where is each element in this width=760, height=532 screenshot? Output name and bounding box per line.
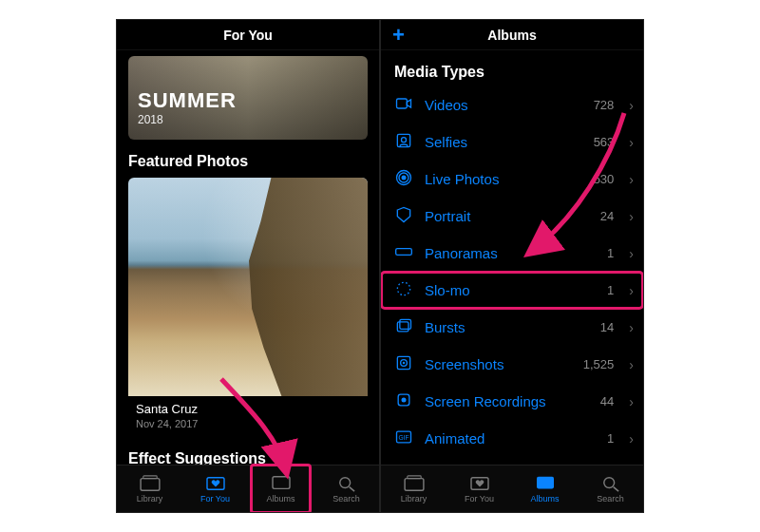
row-selfie[interactable]: Selfies563›: [381, 124, 643, 161]
svg-point-21: [402, 398, 407, 403]
phone-for-you: For You SUMMER 2018 Featured Photos Sant…: [116, 19, 380, 513]
heart-icon: [205, 475, 226, 492]
row-count: 1: [607, 283, 614, 297]
featured-image: [128, 178, 368, 396]
nav-title: For You: [223, 28, 273, 43]
row-animated[interactable]: GIFAnimated1›: [381, 420, 643, 457]
tab-search[interactable]: Search: [314, 466, 379, 512]
chevron-right-icon: ›: [629, 320, 634, 335]
memory-card[interactable]: SUMMER 2018: [128, 56, 368, 140]
row-screenshot[interactable]: Screenshots1,525›: [381, 346, 643, 383]
search-icon: [336, 475, 357, 492]
tab-bar: Library For You Albums Search: [381, 465, 643, 512]
svg-rect-1: [142, 475, 156, 478]
slomo-icon: [394, 279, 413, 301]
albums-icon: [271, 475, 292, 492]
tab-for-you[interactable]: For You: [182, 466, 248, 512]
for-you-content: SUMMER 2018 Featured Photos Santa Cruz N…: [117, 50, 379, 465]
featured-date: Nov 24, 2017: [136, 418, 360, 429]
live-icon: [394, 168, 413, 190]
row-recording[interactable]: Screen Recordings44›: [381, 383, 643, 420]
row-label: Slo-mo: [425, 282, 596, 298]
tab-for-you-label: For You: [200, 494, 230, 504]
row-pano[interactable]: Panoramas1›: [381, 235, 643, 272]
row-label: Selfies: [425, 134, 582, 150]
row-label: Live Photos: [425, 171, 582, 187]
svg-rect-8: [397, 134, 409, 146]
nav-title: Albums: [487, 28, 536, 43]
tab-search-label: Search: [332, 494, 360, 504]
media-types-list: Videos728›Selfies563›Live Photos530›Port…: [381, 86, 643, 457]
pano-icon: [394, 242, 413, 264]
row-label: Bursts: [425, 319, 589, 335]
svg-text:GIF: GIF: [398, 434, 408, 441]
svg-point-19: [403, 362, 406, 365]
svg-point-10: [402, 176, 407, 180]
phone-albums: + Albums Media Types Videos728›Selfies56…: [380, 19, 644, 513]
chevron-right-icon: ›: [629, 246, 634, 261]
memory-title: SUMMER: [138, 88, 237, 113]
row-live[interactable]: Live Photos530›: [381, 161, 643, 198]
tab-search-label: Search: [597, 494, 624, 504]
search-icon: [600, 475, 621, 492]
tab-library[interactable]: Library: [117, 466, 182, 512]
svg-point-5: [339, 477, 350, 487]
row-label: Animated: [425, 430, 596, 446]
row-count: 1: [607, 246, 614, 260]
svg-rect-27: [537, 476, 554, 488]
chevron-right-icon: ›: [629, 394, 634, 409]
chevron-right-icon: ›: [629, 98, 634, 113]
row-video[interactable]: Videos728›: [381, 86, 643, 124]
featured-place: Santa Cruz: [136, 402, 360, 416]
video-icon: [394, 94, 413, 116]
chevron-right-icon: ›: [629, 357, 634, 372]
svg-rect-24: [405, 478, 424, 490]
row-count: 24: [600, 209, 614, 223]
tab-albums[interactable]: Albums: [512, 466, 578, 512]
svg-rect-7: [397, 99, 408, 108]
recording-icon: [394, 390, 413, 412]
tab-bar: Library For You Albums Search: [117, 465, 379, 512]
row-count: 563: [594, 135, 615, 149]
row-portrait[interactable]: Portrait24›: [381, 198, 643, 235]
chevron-right-icon: ›: [629, 209, 634, 224]
featured-heading: Featured Photos: [128, 153, 368, 170]
row-label: Videos: [425, 97, 582, 113]
svg-point-9: [402, 138, 407, 142]
row-label: Screen Recordings: [425, 393, 589, 409]
burst-icon: [394, 316, 413, 338]
albums-icon: [535, 475, 556, 492]
row-count: 728: [594, 98, 615, 112]
svg-line-6: [349, 486, 353, 491]
svg-rect-0: [141, 478, 160, 490]
svg-rect-16: [400, 319, 411, 329]
selfie-icon: [394, 131, 413, 153]
featured-photo[interactable]: Santa Cruz Nov 24, 2017: [128, 178, 368, 437]
row-count: 14: [600, 320, 614, 334]
row-burst[interactable]: Bursts14›: [381, 309, 643, 346]
add-album-button[interactable]: +: [392, 25, 405, 46]
albums-content: Media Types Videos728›Selfies563›Live Ph…: [381, 50, 643, 465]
library-icon: [404, 475, 425, 492]
tab-albums[interactable]: Albums: [248, 466, 314, 512]
svg-line-29: [613, 486, 618, 491]
tab-library[interactable]: Library: [381, 466, 446, 512]
tab-for-you-label: For You: [465, 494, 494, 504]
tab-search[interactable]: Search: [578, 466, 643, 512]
chevron-right-icon: ›: [629, 172, 634, 187]
svg-rect-3: [273, 476, 290, 488]
chevron-right-icon: ›: [629, 431, 634, 446]
tab-albums-label: Albums: [530, 494, 559, 504]
chevron-right-icon: ›: [629, 283, 634, 298]
row-label: Screenshots: [425, 356, 572, 372]
row-slomo[interactable]: Slo-mo1›: [381, 272, 643, 309]
tab-for-you[interactable]: For You: [446, 466, 512, 512]
animated-icon: GIF: [394, 428, 413, 449]
tab-albums-label: Albums: [266, 494, 294, 504]
svg-rect-15: [397, 322, 408, 332]
library-icon: [140, 475, 161, 492]
row-count: 1,525: [583, 357, 615, 371]
row-label: Panoramas: [425, 245, 596, 261]
nav-bar: For You: [117, 20, 379, 50]
effects-heading: Effect Suggestions: [128, 450, 368, 465]
